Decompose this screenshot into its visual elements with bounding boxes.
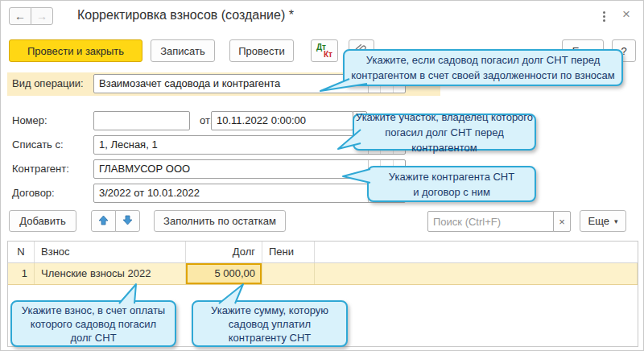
writeoff-value: 1, Лесная, 1 — [99, 138, 158, 151]
window-menu-icon[interactable] — [598, 10, 609, 24]
selected-cell[interactable]: 5 000,00 — [186, 263, 262, 284]
arrow-up-icon — [98, 215, 109, 228]
counterparty-value: ГЛАВМУСОР ООО — [99, 163, 190, 175]
contract-field[interactable]: 3/2022 от 10.01.2022 — [93, 184, 406, 203]
hint-text: Укажите контрагента СНТ и договор с ним — [389, 169, 514, 200]
cell-n[interactable]: 1 — [8, 263, 35, 284]
save-button[interactable]: Записать — [151, 39, 215, 62]
hint-counterparty: Укажите контрагента СНТ и договор с ним — [367, 166, 536, 202]
history-nav: ← → — [9, 7, 53, 25]
hint-plot: Укажите участок, владелец которого погас… — [353, 114, 536, 151]
counterparty-label: Контрагент: — [12, 159, 69, 179]
page-title: Корректировка взносов (создание) * — [77, 8, 294, 23]
date-field[interactable]: 10.11.2022 0:00:00 — [211, 111, 353, 130]
header-fee[interactable]: Взнос — [35, 242, 186, 262]
operation-label: Вид операции: — [12, 74, 84, 93]
fill-by-balance-button[interactable]: Заполнить по остаткам — [154, 210, 286, 232]
document-window: ← → Корректировка взносов (создание) * ×… — [0, 0, 644, 351]
counterparty-field[interactable]: ГЛАВМУСОР ООО — [93, 159, 406, 179]
table-header-row: N Взнос Долг Пени — [8, 242, 638, 263]
table-row[interactable]: 1 Членские взносы 2022 5 000,00 — [8, 263, 638, 285]
writeoff-label: Списать с: — [12, 135, 64, 155]
credit-icon: Кт — [324, 50, 332, 59]
post-and-close-button[interactable]: Провести и закрыть — [9, 39, 142, 62]
move-up-button[interactable] — [91, 210, 116, 232]
contract-value: 3/2022 от 10.01.2022 — [99, 187, 200, 199]
cell-filler — [315, 263, 638, 284]
hint-text: Укажите взнос, в счет оплаты которого са… — [22, 304, 165, 345]
search-input[interactable] — [427, 211, 554, 232]
operation-value: Взаимозачет садовода и контрагента — [99, 77, 280, 89]
cell-debt[interactable]: 5 000,00 — [186, 263, 262, 284]
header-filler — [315, 242, 638, 262]
move-down-button[interactable] — [115, 210, 140, 232]
post-button[interactable]: Провести — [229, 39, 294, 62]
cell-peni[interactable] — [262, 263, 315, 284]
hint-text: Укажите сумму, которую садовод уплатил к… — [211, 304, 328, 345]
header-debt[interactable]: Долг — [186, 242, 262, 262]
number-label: Номер: — [12, 111, 47, 130]
hint-text: Укажите, если садовод погасил долг СНТ п… — [351, 52, 615, 83]
hint-text: Укажите участок, владелец которого погас… — [354, 109, 535, 155]
arrow-down-icon — [122, 215, 133, 228]
add-row-button[interactable]: Добавить — [9, 210, 76, 232]
header-peni[interactable]: Пени — [262, 242, 315, 262]
show-postings-button[interactable]: Дт Кт — [311, 39, 338, 62]
contract-label: Договор: — [12, 184, 55, 203]
hint-fee: Укажите взнос, в счет оплаты которого са… — [10, 300, 176, 347]
header-n[interactable]: N — [8, 242, 35, 262]
chevron-down-icon: ▾ — [614, 217, 618, 225]
close-icon[interactable]: × — [618, 6, 634, 23]
table-more-label: Еще — [588, 215, 609, 227]
cell-fee[interactable]: Членские взносы 2022 — [35, 263, 186, 284]
hint-operation: Укажите, если садовод погасил долг СНТ п… — [343, 49, 623, 86]
search-clear-button[interactable]: × — [553, 211, 571, 232]
table-more-button[interactable]: Еще ▾ — [580, 210, 626, 232]
back-button[interactable]: ← — [9, 7, 31, 25]
hint-amount: Укажите сумму, которую садовод уплатил к… — [192, 300, 348, 347]
number-field[interactable] — [93, 111, 190, 130]
forward-button[interactable]: → — [31, 7, 53, 25]
